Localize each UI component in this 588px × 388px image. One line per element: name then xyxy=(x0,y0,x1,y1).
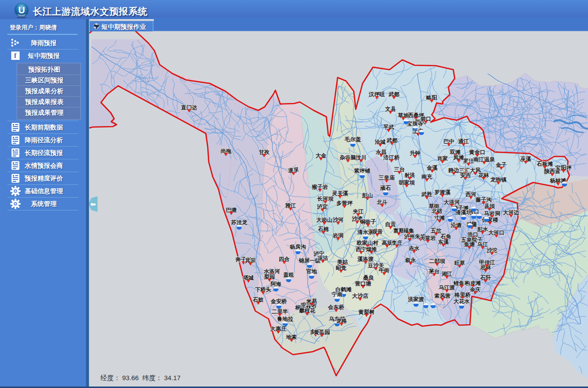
svg-text:毛尔盖: 毛尔盖 xyxy=(344,136,361,142)
svg-text:盖租: 盖租 xyxy=(283,272,294,278)
svg-text:洪家渡: 洪家渡 xyxy=(408,296,424,302)
svg-text:大花水: 大花水 xyxy=(454,298,470,304)
svg-text:官地: 官地 xyxy=(306,268,318,274)
svg-text:鲁地拉: 鲁地拉 xyxy=(277,316,294,322)
svg-text:杨房沟: 杨房沟 xyxy=(290,244,306,250)
svg-text:U: U xyxy=(18,5,25,15)
svg-text:金安桥: 金安桥 xyxy=(270,298,288,304)
svg-text:苏洼龙: 苏洼龙 xyxy=(231,219,248,225)
svg-text:阿海: 阿海 xyxy=(270,281,281,287)
svg-text:紫坪铺: 紫坪铺 xyxy=(354,168,370,174)
svg-text:宁南: 宁南 xyxy=(331,291,343,297)
svg-text:顽石: 顽石 xyxy=(380,185,391,191)
